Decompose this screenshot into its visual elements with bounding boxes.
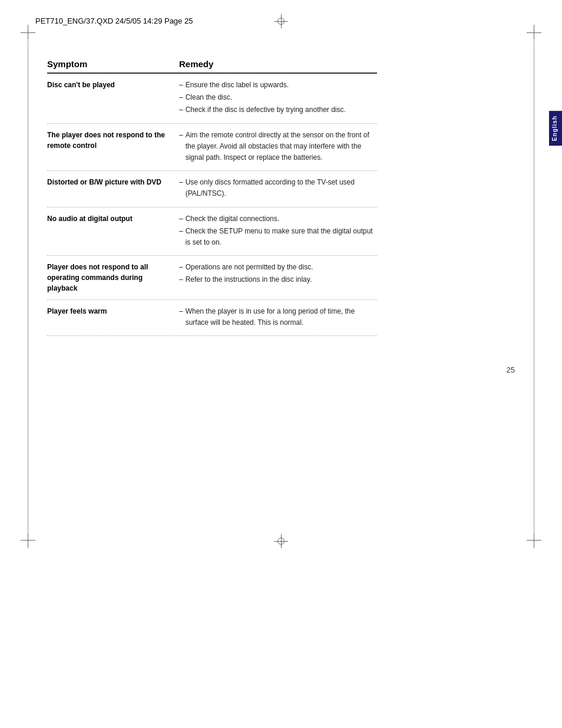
table-header: Symptom Remedy xyxy=(47,59,377,74)
english-tab: English xyxy=(549,111,562,146)
table-row: No audio at digital output – Check the d… xyxy=(47,207,377,256)
remedy-item: – Ensure the disc label is upwards. xyxy=(179,80,377,91)
remedy-item: – Check the SETUP menu to make sure that… xyxy=(179,226,377,248)
content-area: Symptom Remedy Disc can't be played – En… xyxy=(47,59,377,336)
page-number: 25 xyxy=(507,365,515,374)
symptom-cell: Distorted or B/W picture with DVD xyxy=(47,177,179,187)
print-mark-tr-v xyxy=(534,25,534,39)
remedy-cell: – Aim the remote control directly at the… xyxy=(179,130,377,165)
remedy-item: – Use only discs formatted according to … xyxy=(179,177,377,199)
symptom-header: Symptom xyxy=(47,59,179,69)
remedy-item: – Check if the disc is defective by tryi… xyxy=(179,104,377,116)
print-mark-br-v xyxy=(534,533,534,548)
side-line-left xyxy=(28,40,28,545)
remedy-cell: – When the player is in use for a long p… xyxy=(179,306,377,330)
side-line-right xyxy=(534,40,534,545)
header-bar: PET710_ENG/37.QXD 24/5/05 14:29 Page 25 xyxy=(35,17,527,25)
file-info: PET710_ENG/37.QXD 24/5/05 14:29 Page 25 xyxy=(35,17,193,25)
remedy-item: – When the player is in use for a long p… xyxy=(179,306,377,328)
symptom-cell: Player feels warm xyxy=(47,306,179,317)
print-mark-tl-v xyxy=(28,25,28,39)
remedy-item: – Operations are not permitted by the di… xyxy=(179,262,377,273)
page-container: PET710_ENG/37.QXD 24/5/05 14:29 Page 25 … xyxy=(0,0,562,728)
table-row: Disc can't be played – Ensure the disc l… xyxy=(47,74,377,124)
remedy-item: – Refer to the instructions in the disc … xyxy=(179,274,377,285)
remedy-header: Remedy xyxy=(179,59,377,69)
table-row: Player feels warm – When the player is i… xyxy=(47,300,377,336)
remedy-item: – Check the digital connections. xyxy=(179,213,377,225)
symptom-cell: Player does not respond to all operating… xyxy=(47,262,179,294)
symptom-cell: Disc can't be played xyxy=(47,80,179,90)
remedy-item: – Clean the disc. xyxy=(179,92,377,103)
table-row: Player does not respond to all operating… xyxy=(47,256,377,300)
remedy-cell: – Ensure the disc label is upwards. – Cl… xyxy=(179,80,377,117)
symptom-cell: No audio at digital output xyxy=(47,213,179,224)
print-mark-bl-v xyxy=(28,533,28,548)
remedy-cell: – Operations are not permitted by the di… xyxy=(179,262,377,286)
table-row: The player does not respond to the remot… xyxy=(47,124,377,172)
remedy-cell: – Check the digital connections. – Check… xyxy=(179,213,377,250)
symptom-cell: The player does not respond to the remot… xyxy=(47,130,179,151)
table-row: Distorted or B/W picture with DVD – Use … xyxy=(47,171,377,207)
remedy-cell: – Use only discs formatted according to … xyxy=(179,177,377,200)
remedy-item: – Aim the remote control directly at the… xyxy=(179,130,377,164)
